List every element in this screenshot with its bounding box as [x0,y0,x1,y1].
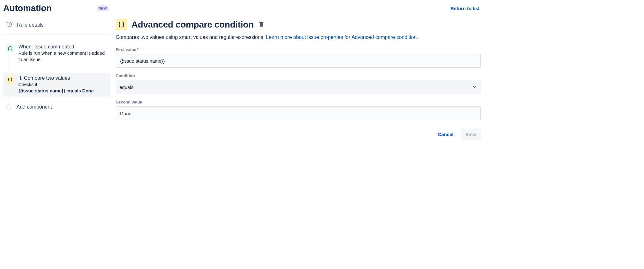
condition-title: If: Compare two values [18,75,107,81]
cancel-button[interactable]: Cancel [434,128,458,140]
trigger-step[interactable]: When: Issue commented Rule is run when a… [3,41,111,65]
first-value-input[interactable] [116,54,481,68]
condition-select-value: equals [119,84,133,90]
main-panel: Advanced compare condition Compares two … [116,19,483,140]
trigger-title: When: Issue commented [18,44,107,50]
first-value-label: First value* [116,47,481,52]
condition-label: Condition [116,73,481,78]
chevron-down-icon [471,84,477,91]
add-component-button[interactable]: Add component [3,104,111,110]
second-value-input[interactable] [116,106,481,120]
second-value-label: Second value [116,100,481,104]
learn-more-link[interactable]: Learn more about issue properties for Ad… [266,34,418,40]
condition-description: Checks if: {{issue.status.name}} equals … [18,82,107,94]
info-icon [6,22,12,28]
braces-icon [116,19,127,30]
return-to-list-link[interactable]: Return to list [451,6,480,11]
trigger-description: Rule is run when a new comment is added … [18,50,107,63]
svg-point-2 [9,23,9,23]
condition-select[interactable]: equals [116,80,481,94]
condition-step[interactable]: If: Compare two values Checks if: {{issu… [3,73,111,97]
comment-icon [6,45,14,52]
rule-details-label: Rule details [17,22,44,28]
rule-sidebar: Rule details When: Issue commented Rule … [3,19,111,140]
panel-description: Compares two values using smart values a… [116,34,481,41]
page-title: Automation [3,3,52,13]
add-circle-icon [6,104,11,109]
trash-icon [258,21,264,27]
delete-button[interactable] [258,21,266,28]
add-component-label: Add component [16,104,52,110]
save-button[interactable]: Save [461,128,481,140]
rule-details-link[interactable]: Rule details [3,19,111,34]
panel-title: Advanced compare condition [131,20,254,30]
page-header: Automation NEW Return to list [3,3,483,13]
braces-icon [6,76,14,84]
new-badge: NEW [97,5,109,11]
